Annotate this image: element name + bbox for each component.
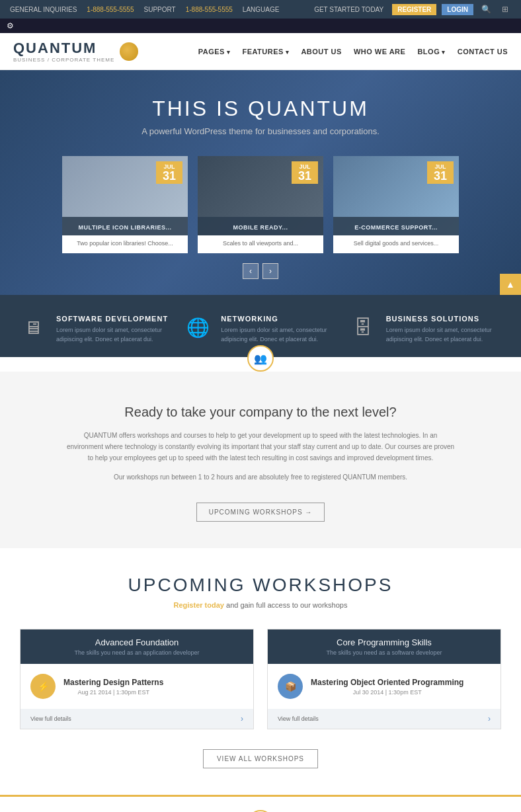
feature-software: 🖥 SOFTWARE DEVELOPMENT Lorem ipsum dolor… [20,315,171,344]
workshop-card-1-title: Advanced Foundation [30,637,243,647]
nav-features[interactable]: FEATURES [242,48,289,56]
scroll-up-button[interactable]: ▲ [500,274,521,295]
blog-card-1-image: JUL 31 MULTIPLE ICON LIBRARIES... [62,156,188,235]
workshop-card-2-subtitle: The skills you need as a software develo… [278,649,491,656]
feature-business-text: BUSINESS SOLUTIONS Lorem ipsum dolor sit… [386,315,501,344]
feature-software-desc: Lorem ipsum dolor sit amet, consectetur … [56,326,171,344]
blog-card-3-desc: Sell digital goods and services... [333,235,459,253]
blog-cards: JUL 31 MULTIPLE ICON LIBRARIES... Two po… [0,156,521,253]
settings-bar: ⚙ [0,19,521,33]
workshop-card-2-arrow-icon: › [488,714,491,723]
view-all-workshops-button[interactable]: VIEW ALL WORKSHOPS [203,749,318,768]
blog-card-3[interactable]: JUL 31 E-COMMERCE SUPPORT... Sell digita… [333,156,459,253]
workshop-card-1-workshop-title: Mastering Design Patterns [63,678,163,687]
feature-networking: 🌐 NETWORKING Lorem ipsum dolor sit amet,… [184,315,336,344]
workshop-card-2-icon: 📦 [278,674,303,699]
blog-card-2-image: JUL 31 MOBILE READY... [198,156,323,235]
workshop-card-2-info: Mastering Object Oriented Programming Ju… [311,678,463,696]
promo-body-1: QUANTUM offers workshops and courses to … [66,430,455,464]
grid-icon[interactable]: ⊞ [499,3,511,15]
blog-card-1-text: Two popular icon libraries! Choose... [67,239,182,248]
hero-section: THIS IS QUANTUM A powerful WordPress the… [0,70,521,295]
feature-networking-desc: Lorem ipsum dolor sit amet, consectetur … [221,326,336,344]
settings-icon[interactable]: ⚙ [7,21,14,30]
top-bar-left: GENERAL INQUIRIES 1-888-555-5555 SUPPORT… [10,6,279,13]
workshop-card-2-footer-label: View full details [278,715,319,722]
upcoming-subtitle-plain: and gain full access to our workshops [226,601,347,609]
blog-card-2-title: MOBILE READY... [233,224,288,231]
general-phone: 1-888-555-5555 [87,6,134,13]
logo-text: QUANTUM [13,40,114,57]
logo-circle [120,42,138,61]
register-link[interactable]: Register today [174,601,224,609]
workshop-card-1-body: ⚡ Mastering Design Patterns Aug 21 2014 … [20,664,253,709]
promo-body-2: Our workshops run between 1 to 2 hours a… [66,471,455,483]
upcoming-title: UPCOMING WORKSHOPS [20,575,501,596]
slider-next-button[interactable]: › [262,263,278,279]
hero-content: THIS IS QUANTUM A powerful WordPress the… [0,97,521,289]
workshop-card-2-body: 📦 Mastering Object Oriented Programming … [268,664,501,709]
workshop-card-1-header: Advanced Foundation The skills you need … [20,629,253,664]
nav-about[interactable]: ABOUT US [301,48,341,56]
feature-software-title: SOFTWARE DEVELOPMENT [56,315,171,323]
nav-blog[interactable]: BLOG [417,48,445,56]
language-selector[interactable]: LANGUAGE [243,6,280,13]
workshop-card-1-footer[interactable]: View full details › [20,709,253,729]
workshop-card-1-info: Mastering Design Patterns Aug 21 2014 | … [63,678,163,696]
date-badge-1: JUL 31 [156,161,182,184]
bottom-divider: ✉ [0,795,521,812]
logo: QUANTUM BUSINESS / CORPORATE THEME [13,40,138,63]
general-inquiries-label: GENERAL INQUIRIES [10,6,77,13]
top-bar-right: GET STARTED TODAY REGISTER LOGIN 🔍 ⊞ [314,3,511,15]
blog-card-2-text: Scales to all viewports and... [203,239,318,248]
feature-business-desc: Lorem ipsum dolor sit amet, consectetur … [386,326,501,344]
blog-card-3-image: JUL 31 E-COMMERCE SUPPORT... [333,156,459,235]
top-bar: GENERAL INQUIRIES 1-888-555-5555 SUPPORT… [0,0,521,19]
nav-who[interactable]: WHO WE ARE [354,48,406,56]
blog-card-2-desc: Scales to all viewports and... [198,235,323,253]
blog-card-1-title: MULTIPLE ICON LIBRARIES... [79,224,172,231]
blog-card-1[interactable]: JUL 31 MULTIPLE ICON LIBRARIES... Two po… [62,156,188,253]
globe-icon: 🌐 [184,317,211,339]
get-started-text: GET STARTED TODAY [314,6,383,13]
blog-card-3-text: Sell digital goods and services... [339,239,454,248]
login-button[interactable]: LOGIN [442,4,473,15]
workshop-promo-section: Ready to take your company to the next l… [0,372,521,548]
feature-networking-title: NETWORKING [221,315,336,323]
blog-card-1-title-bar: MULTIPLE ICON LIBRARIES... [62,217,188,235]
main-nav: QUANTUM BUSINESS / CORPORATE THEME PAGES… [0,33,521,70]
slider-nav: ‹ › [0,263,521,289]
feature-software-text: SOFTWARE DEVELOPMENT Lorem ipsum dolor s… [56,315,171,344]
workshop-card-2-footer[interactable]: View full details › [268,709,501,729]
support-phone: 1-888-555-5555 [186,6,233,13]
workshop-card-1-footer-label: View full details [30,715,71,722]
slider-prev-button[interactable]: ‹ [243,263,259,279]
section-divider: 👥 [0,345,521,372]
divider-people-icon: 👥 [247,345,274,372]
workshop-card-1-date: Aug 21 2014 | 1:30pm EST [63,689,163,696]
feature-networking-text: NETWORKING Lorem ipsum dolor sit amet, c… [221,315,336,344]
upcoming-workshops-button[interactable]: UPCOMING WORKSHOPS [196,503,325,522]
workshop-card-2-header: Core Programming Skills The skills you n… [268,629,501,664]
blog-card-2[interactable]: JUL 31 MOBILE READY... Scales to all vie… [198,156,323,253]
register-button[interactable]: REGISTER [392,4,436,15]
database-icon: 🗄 [350,317,376,339]
nav-contact[interactable]: CONTACT US [458,48,508,56]
workshop-card-1-icon: ⚡ [30,674,56,699]
date-badge-3: JUL 31 [427,161,454,184]
logo-sub: BUSINESS / CORPORATE THEME [13,57,114,63]
workshop-card-2-workshop-title: Mastering Object Oriented Programming [311,678,463,687]
hero-subtitle: A powerful WordPress theme for businesse… [0,126,521,136]
workshop-cards: Advanced Foundation The skills you need … [20,629,501,729]
workshop-card-1: Advanced Foundation The skills you need … [20,629,254,729]
upcoming-workshops-section: UPCOMING WORKSHOPS Register today and ga… [0,548,521,795]
workshop-card-2-title: Core Programming Skills [278,637,491,647]
search-icon[interactable]: 🔍 [479,3,494,15]
feature-business: 🗄 BUSINESS SOLUTIONS Lorem ipsum dolor s… [350,315,501,344]
blog-card-3-title: E-COMMERCE SUPPORT... [354,224,438,231]
blog-card-1-desc: Two popular icon libraries! Choose... [62,235,188,253]
nav-pages[interactable]: PAGES [198,48,231,56]
feature-business-title: BUSINESS SOLUTIONS [386,315,501,323]
workshop-card-2-date: Jul 30 2014 | 1:30pm EST [311,689,463,696]
workshop-card-1-subtitle: The skills you need as an application de… [30,649,243,656]
